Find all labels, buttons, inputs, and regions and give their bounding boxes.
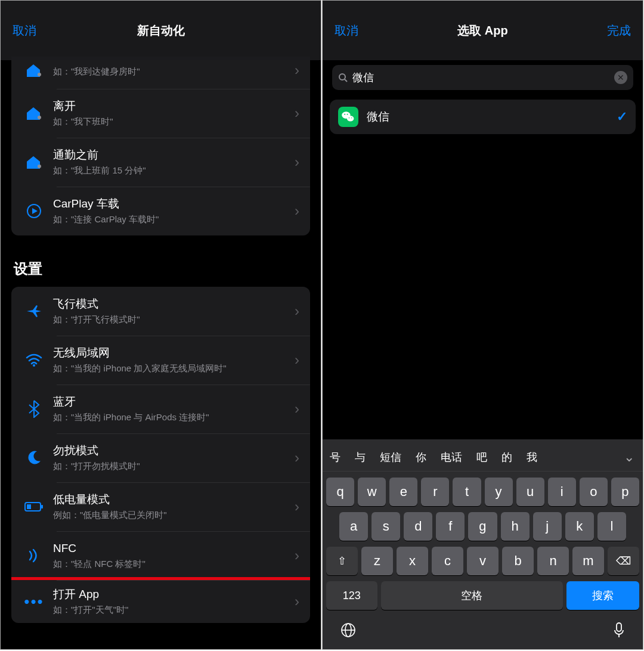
clear-icon[interactable]: ✕: [614, 71, 627, 84]
key-f[interactable]: f: [436, 512, 465, 541]
chevron-right-icon: ›: [291, 547, 303, 564]
open-app-icon: •••: [18, 593, 49, 611]
key-backspace[interactable]: ⌫: [608, 547, 639, 575]
suggestion[interactable]: 吧: [469, 450, 494, 464]
row-commute[interactable]: 通勤之前 如："我上班前 15 分钟" ›: [11, 138, 310, 187]
key-c[interactable]: c: [432, 547, 463, 575]
bluetooth-icon: [18, 400, 49, 418]
chevron-right-icon: ›: [291, 62, 303, 79]
suggestion[interactable]: 我: [519, 450, 544, 464]
suggestion[interactable]: 电话: [434, 450, 469, 464]
search-value: 微信: [352, 70, 614, 85]
row-airplane[interactable]: 飞行模式 如："打开飞行模式时" ›: [11, 287, 310, 336]
key-row-3: ⇧ z x c v b n m ⌫: [323, 541, 643, 575]
nfc-icon: [18, 548, 49, 563]
svg-point-16: [351, 117, 352, 119]
row-title: 勿扰模式: [53, 444, 291, 458]
screen-choose-app: 取消 选取 App 完成 微信 ✕ 微信 ✓ 号: [322, 0, 643, 650]
row-carplay[interactable]: CarPlay 车载 如："连接 CarPlay 车载时" ›: [11, 187, 310, 235]
svg-point-1: [38, 116, 41, 119]
search-icon: [338, 73, 348, 82]
key-v[interactable]: v: [467, 547, 499, 575]
key-j[interactable]: j: [533, 512, 562, 541]
row-bluetooth[interactable]: 蓝牙 如："当我的 iPhone 与 AirPods 连接时" ›: [11, 385, 310, 433]
row-open-app[interactable]: ••• 打开 App 如："打开"天气"时" ›: [11, 577, 310, 623]
key-r[interactable]: r: [421, 478, 449, 506]
key-t[interactable]: t: [453, 478, 481, 506]
key-i[interactable]: i: [548, 478, 576, 506]
app-row-wechat[interactable]: 微信 ✓: [330, 100, 636, 134]
row-title: 低电量模式: [53, 492, 291, 507]
suggestion-bar: 号 与 短信 你 电话 吧 的 我 ⌄: [323, 443, 643, 472]
triggers-location: 如："我到达健身房时" › 离开 如："我下班时" ›: [11, 57, 310, 235]
key-w[interactable]: w: [358, 478, 386, 506]
key-s[interactable]: s: [371, 512, 400, 541]
key-b[interactable]: b: [502, 547, 534, 575]
key-k[interactable]: k: [565, 512, 594, 541]
done-button[interactable]: 完成: [595, 1, 643, 60]
key-l[interactable]: l: [597, 512, 626, 541]
mic-icon[interactable]: [613, 622, 625, 638]
key-123[interactable]: 123: [326, 581, 377, 610]
key-e[interactable]: e: [389, 478, 417, 506]
battery-icon: [18, 501, 49, 512]
chevron-right-icon: ›: [291, 105, 303, 122]
key-o[interactable]: o: [580, 478, 608, 506]
globe-icon[interactable]: [340, 622, 356, 638]
airplane-icon: [18, 303, 49, 320]
key-row-1: q w e r t y u i o p: [323, 472, 643, 506]
row-subtitle: 如："我到达健身房时": [53, 65, 291, 78]
suggestion[interactable]: 你: [408, 450, 434, 464]
key-space[interactable]: 空格: [381, 581, 563, 610]
suggestion[interactable]: 与: [348, 450, 373, 464]
suggestion[interactable]: 短信: [373, 450, 408, 464]
key-q[interactable]: q: [326, 478, 354, 506]
suggestion[interactable]: 的: [494, 450, 519, 464]
row-leave[interactable]: 离开 如："我下班时" ›: [11, 89, 310, 138]
chevron-right-icon: ›: [291, 498, 303, 515]
screen-new-automation: 取消 新自动化 如："我到达健身房时" ›: [0, 0, 321, 650]
row-title: CarPlay 车载: [53, 197, 291, 212]
row-wifi[interactable]: 无线局域网 如："当我的 iPhone 加入家庭无线局域网时" ›: [11, 336, 310, 385]
svg-point-0: [38, 73, 41, 76]
row-title: 离开: [53, 99, 291, 114]
svg-point-9: [339, 74, 345, 80]
nav-bar: 取消 选取 App 完成: [323, 1, 643, 60]
search-input[interactable]: 微信 ✕: [332, 65, 633, 90]
row-subtitle: 如："当我的 iPhone 与 AirPods 连接时": [53, 411, 291, 423]
key-x[interactable]: x: [397, 547, 428, 575]
chevron-right-icon: ›: [291, 154, 303, 170]
key-d[interactable]: d: [404, 512, 432, 541]
key-shift[interactable]: ⇧: [326, 547, 358, 575]
section-header-settings: 设置: [11, 259, 310, 287]
key-u[interactable]: u: [516, 478, 544, 506]
keyboard: 号 与 短信 你 电话 吧 的 我 ⌄ q w e r t y u i o p: [323, 439, 643, 649]
row-subtitle: 如："打开飞行模式时": [53, 313, 291, 326]
triggers-settings: 飞行模式 如："打开飞行模式时" › 无线局域网 如："当我的 iPhone 加…: [11, 287, 310, 623]
row-title: 蓝牙: [53, 395, 291, 410]
svg-marker-4: [32, 208, 38, 214]
key-search[interactable]: 搜索: [566, 581, 639, 610]
row-low-power[interactable]: 低电量模式 例如："低电量模式已关闭时" ›: [11, 482, 310, 531]
row-dnd[interactable]: 勿扰模式 如："打开勿扰模式时" ›: [11, 433, 310, 482]
row-subtitle: 如："连接 CarPlay 车载时": [53, 213, 291, 225]
row-nfc[interactable]: NFC 如："轻点 NFC 标签时" ›: [11, 531, 310, 580]
key-y[interactable]: y: [485, 478, 513, 506]
suggestion[interactable]: 号: [323, 450, 348, 464]
row-subtitle: 例如："低电量模式已关闭时": [53, 509, 291, 521]
key-a[interactable]: a: [339, 512, 368, 541]
cancel-button[interactable]: 取消: [323, 1, 370, 60]
commute-icon: [18, 154, 49, 170]
row-title: NFC: [53, 541, 291, 556]
key-n[interactable]: n: [537, 547, 569, 575]
cancel-button[interactable]: 取消: [1, 1, 48, 60]
key-g[interactable]: g: [468, 512, 497, 541]
key-z[interactable]: z: [361, 547, 393, 575]
key-m[interactable]: m: [572, 547, 604, 575]
key-h[interactable]: h: [501, 512, 530, 541]
svg-rect-20: [617, 623, 621, 631]
chevron-down-icon[interactable]: ⌄: [615, 450, 643, 465]
row-arrive[interactable]: 如："我到达健身房时" ›: [11, 57, 310, 89]
key-p[interactable]: p: [611, 478, 639, 506]
chevron-right-icon: ›: [291, 401, 303, 417]
